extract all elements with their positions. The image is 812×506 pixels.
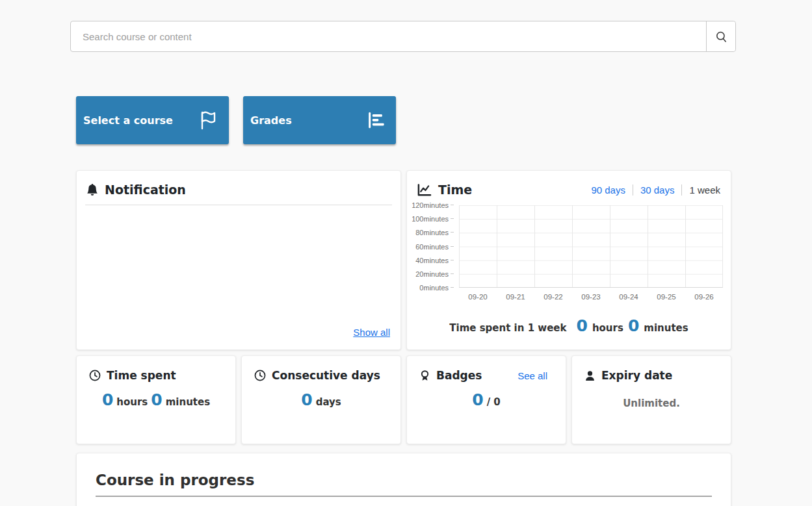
person-icon <box>584 370 596 381</box>
notification-divider <box>85 205 392 205</box>
badges-total: / 0 <box>487 396 501 408</box>
y-axis-tick-label: 0minutes <box>407 283 454 292</box>
badges-earned: 0 <box>472 392 483 408</box>
grades-label: Grades <box>250 114 292 127</box>
search-bar <box>70 21 736 52</box>
time-spent-hours-unit: hours <box>116 396 148 408</box>
time-range-30-days[interactable]: 30 days <box>640 184 675 196</box>
time-summary-hours-value: 0 <box>576 318 587 334</box>
expiry-date-value: Unlimited. <box>572 398 731 409</box>
time-chart-plot-area <box>459 205 723 288</box>
time-title: Time <box>438 183 472 197</box>
course-in-progress-title: Course in progress <box>77 453 731 488</box>
badges-title: Badges <box>436 369 482 382</box>
search-icon <box>715 31 727 43</box>
course-in-progress-divider <box>96 496 712 497</box>
y-axis-tick-label: 120minutes <box>407 201 454 210</box>
time-summary-hours-unit: hours <box>592 322 623 334</box>
consecutive-days-title: Consecutive days <box>272 369 380 382</box>
grades-button[interactable]: Grades <box>243 96 396 144</box>
bell-icon <box>86 183 98 196</box>
show-all-link[interactable]: Show all <box>353 327 390 338</box>
flag-icon <box>198 109 218 131</box>
consecutive-days-card: Consecutive days 0 days <box>241 355 401 444</box>
y-axis-tick-label: 80minutes <box>407 228 454 237</box>
clock-icon <box>254 370 266 381</box>
x-axis-tick-label: 09-26 <box>685 293 723 301</box>
notification-header: Notification <box>77 171 400 203</box>
x-axis-tick-label: 09-22 <box>534 293 572 301</box>
badges-value: 0 / 0 <box>407 392 566 408</box>
award-icon <box>419 370 430 382</box>
x-axis-tick-label: 09-23 <box>572 293 610 301</box>
course-in-progress-panel: Course in progress <box>76 453 731 506</box>
y-axis-tick-label: 40minutes <box>407 256 454 265</box>
time-spent-minutes-unit: minutes <box>166 396 210 408</box>
x-axis-tick-label: 09-20 <box>459 293 497 301</box>
x-axis-tick-label: 09-24 <box>610 293 648 301</box>
time-summary: Time spent in 1 week 0 hours 0 minutes <box>407 318 731 334</box>
time-panel: Time 90 days 30 days 1 week 120minutes 1… <box>406 170 731 350</box>
time-summary-minutes-unit: minutes <box>644 322 688 334</box>
expiry-date-title: Expiry date <box>601 369 672 382</box>
select-course-button[interactable]: Select a course <box>76 96 229 144</box>
x-axis-tick-label: 09-21 <box>497 293 534 301</box>
search-button[interactable] <box>706 21 735 51</box>
y-axis-tick-label: 100minutes <box>407 214 454 223</box>
consecutive-days-value: 0 days <box>242 392 400 408</box>
select-course-label: Select a course <box>83 114 173 127</box>
badges-card: Badges See all 0 / 0 <box>406 355 566 444</box>
x-axis-tick-label: 09-25 <box>648 293 685 301</box>
consecutive-days-header: Consecutive days <box>242 356 400 382</box>
clock-icon <box>89 370 101 381</box>
y-axis-tick-label: 60minutes <box>407 242 454 251</box>
time-header: Time 90 days 30 days 1 week <box>407 171 731 203</box>
time-range-90-days[interactable]: 90 days <box>591 184 625 196</box>
notification-title: Notification <box>105 183 186 197</box>
time-summary-label: Time spent in 1 week <box>449 322 566 334</box>
range-separator <box>681 184 682 196</box>
bar-chart-icon <box>366 110 386 131</box>
range-separator <box>633 184 633 196</box>
expiry-date-card: Expiry date Unlimited. <box>571 355 731 444</box>
time-spent-header: Time spent <box>77 356 235 382</box>
time-summary-minutes-value: 0 <box>628 318 639 334</box>
see-all-link[interactable]: See all <box>517 370 547 381</box>
time-spent-minutes: 0 <box>151 392 162 408</box>
time-spent-card: Time spent 0 hours 0 minutes <box>76 355 236 444</box>
time-range-selector: 90 days 30 days 1 week <box>591 184 720 196</box>
time-spent-title: Time spent <box>107 369 176 382</box>
y-axis-tick-label: 20minutes <box>407 270 454 279</box>
notification-panel: Notification Show all <box>76 170 401 350</box>
consecutive-days-number: 0 <box>301 392 312 408</box>
time-spent-hours: 0 <box>102 392 113 408</box>
time-spent-value: 0 hours 0 minutes <box>77 392 235 408</box>
expiry-date-header: Expiry date <box>572 356 731 382</box>
time-range-1-week[interactable]: 1 week <box>689 184 720 196</box>
line-chart-icon <box>417 183 432 197</box>
search-input[interactable] <box>71 21 706 51</box>
consecutive-days-unit: days <box>316 396 341 408</box>
badges-header: Badges See all <box>407 356 566 382</box>
